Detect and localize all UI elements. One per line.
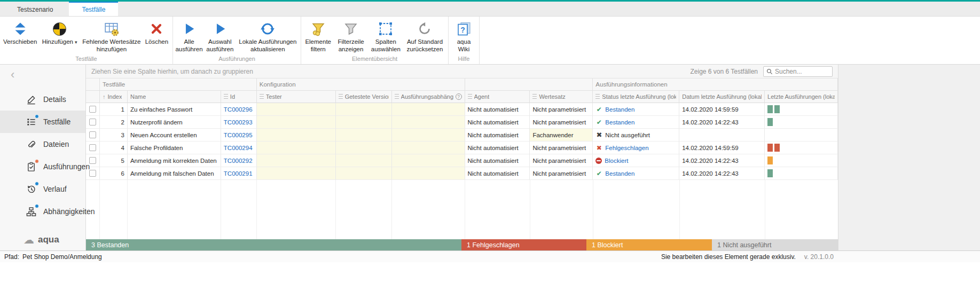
sidebar-item-abhaengigkeiten[interactable]: Abhängigkeiten [0, 200, 85, 223]
cell-agent[interactable]: Nicht automatisiert [465, 167, 530, 180]
cell-select[interactable] [86, 116, 100, 129]
status-label[interactable]: Blockiert [605, 158, 628, 164]
cell-select[interactable] [86, 142, 100, 154]
cell-run-history[interactable] [765, 116, 838, 129]
refresh-local-executions-button[interactable]: Lokale Ausführungen aktualisieren [237, 19, 299, 54]
cell-index[interactable]: 4 [100, 142, 128, 154]
add-missing-valuesets-button[interactable]: Fehlende Wertesätze hinzufügen [81, 19, 143, 54]
row-checkbox[interactable] [89, 157, 96, 164]
column-filter-icon[interactable] [395, 94, 399, 99]
cell-tested-version[interactable] [336, 167, 392, 180]
group-by-strip[interactable]: Ziehen Sie eine Spalte hierhin, um danac… [86, 65, 838, 79]
cell-tested-version[interactable] [336, 116, 392, 129]
table-row[interactable]: 2Nutzerprofil ändernTC000293Nicht automa… [86, 116, 838, 129]
cell-id[interactable]: TC000293 [221, 116, 257, 129]
table-row[interactable]: 4Falsche ProfildatenTC000294Nicht automa… [86, 142, 838, 154]
cell-last-run-date[interactable]: 14.02.2020 14:59:59 [679, 142, 765, 154]
run-selection-button[interactable]: Auswahl ausführen [203, 19, 237, 54]
cell-status[interactable]: Nicht ausgeführt [593, 129, 679, 142]
table-row[interactable]: 3Neuen Account erstellenTC000295Nicht au… [86, 129, 838, 142]
cell-index[interactable]: 1 [100, 103, 128, 116]
cell-status[interactable]: Fehlgeschlagen [593, 142, 679, 154]
move-button[interactable]: Verschieben [2, 19, 38, 47]
column-band-4[interactable]: Ausführungsinformationen [593, 79, 838, 91]
column-header-id[interactable]: Id [221, 91, 257, 103]
cell-execution-dependency[interactable] [392, 103, 465, 116]
cell-tester[interactable] [257, 167, 336, 180]
column-filter-icon[interactable] [595, 94, 600, 99]
column-band-1[interactable]: Testfälle [100, 79, 257, 91]
column-header-last_run_date[interactable]: Datum letzte Ausführung (lokal) [679, 91, 765, 103]
run-history-square-passed[interactable] [767, 118, 773, 126]
cell-id[interactable]: TC000295 [221, 129, 257, 142]
run-history-square-failed[interactable] [767, 144, 773, 152]
cell-status[interactable]: Bestanden [593, 116, 679, 129]
cell-tester[interactable] [257, 154, 336, 167]
cell-value-set[interactable]: Nicht parametrisiert [530, 167, 593, 180]
column-filter-icon[interactable] [532, 94, 537, 99]
status-segment-blocked[interactable]: 1 Blockiert [586, 239, 712, 250]
status-segment-notrun[interactable]: 1 Nicht ausgeführt [712, 239, 838, 250]
row-checkbox[interactable] [89, 131, 96, 138]
sidebar-item-dateien[interactable]: Dateien [0, 133, 85, 155]
cell-name[interactable]: Neuen Account erstellen [128, 129, 221, 142]
sidebar-item-details[interactable]: Details [0, 88, 85, 111]
cell-last-run-date[interactable]: 14.02.2020 14:22:43 [679, 167, 765, 180]
cell-tester[interactable] [257, 142, 336, 154]
column-header-agent[interactable]: Agent [465, 91, 530, 103]
sidebar-item-testfaelle[interactable]: Testfälle [0, 111, 85, 133]
cell-execution-dependency[interactable] [392, 154, 465, 167]
add-button[interactable]: Hinzufügen ▾ [38, 19, 81, 47]
cell-id[interactable]: TC000291 [221, 167, 257, 180]
testcase-id-link[interactable]: TC000295 [224, 132, 253, 138]
cell-value-set[interactable]: Nicht parametrisiert [530, 142, 593, 154]
cell-execution-dependency[interactable] [392, 142, 465, 154]
cell-execution-dependency[interactable] [392, 129, 465, 142]
column-filter-icon[interactable] [468, 94, 472, 99]
column-band-2[interactable]: Konfiguration [257, 79, 465, 91]
cell-agent[interactable]: Nicht automatisiert [465, 103, 530, 116]
cell-tester[interactable] [257, 116, 336, 129]
cell-run-history[interactable] [765, 103, 838, 116]
cell-last-run-date[interactable]: 14.02.2020 14:22:43 [679, 154, 765, 167]
status-segment-passed[interactable]: 3 Bestanden [86, 239, 461, 250]
cell-last-run-date[interactable]: 14.02.2020 14:59:59 [679, 103, 765, 116]
column-header-name[interactable]: Name [128, 91, 221, 103]
cell-name[interactable]: Falsche Profildaten [128, 142, 221, 154]
show-filter-row-button[interactable]: Filterzeile anzeigen [333, 19, 368, 54]
column-header-select[interactable] [86, 91, 100, 103]
cell-run-history[interactable] [765, 167, 838, 180]
testcase-id-link[interactable]: TC000296 [224, 106, 253, 113]
cell-agent[interactable]: Nicht automatisiert [465, 129, 530, 142]
cell-agent[interactable]: Nicht automatisiert [465, 142, 530, 154]
status-label[interactable]: Bestanden [605, 119, 634, 125]
column-header-tester[interactable]: Tester [257, 91, 336, 103]
cell-name[interactable]: Zu einfaches Passwort [128, 103, 221, 116]
table-row[interactable]: 6Anmeldung mit falschen DatenTC000291Nic… [86, 167, 838, 180]
column-header-index[interactable]: ↑Index [100, 91, 128, 103]
column-header-tested_version[interactable]: Getestete Version [336, 91, 392, 103]
search-input[interactable] [775, 68, 829, 75]
column-header-run_history[interactable]: Letzte Ausführungen (lokal) [765, 91, 838, 103]
run-history-square-passed[interactable] [767, 105, 773, 113]
cell-status[interactable]: Blockiert [593, 154, 679, 167]
row-checkbox[interactable] [89, 106, 96, 113]
cell-last-run-date[interactable]: 14.02.2020 14:22:43 [679, 116, 765, 129]
cell-value-set[interactable]: Nicht parametrisiert [530, 116, 593, 129]
column-filter-icon[interactable] [339, 94, 343, 99]
cell-id[interactable]: TC000292 [221, 154, 257, 167]
cell-tested-version[interactable] [336, 142, 392, 154]
cell-value-set[interactable]: Nicht parametrisiert [530, 154, 593, 167]
cell-tester[interactable] [257, 103, 336, 116]
help-icon[interactable]: ? [456, 93, 462, 100]
search-box[interactable] [763, 66, 833, 77]
collapse-sidebar-icon[interactable]: ‹ [11, 69, 14, 81]
run-all-button[interactable]: Alle ausführen [175, 19, 203, 54]
reset-to-default-button[interactable]: Auf Standard zurücksetzen [403, 19, 446, 54]
cell-name[interactable]: Nutzerprofil ändern [128, 116, 221, 129]
aqua-wiki-button[interactable]: ? aqua Wiki [451, 19, 477, 54]
cell-run-history[interactable] [765, 129, 838, 142]
sidebar-item-verlauf[interactable]: Verlauf [0, 178, 85, 200]
tab-testszenario[interactable]: Testszenario [9, 2, 61, 16]
cell-agent[interactable]: Nicht automatisiert [465, 116, 530, 129]
